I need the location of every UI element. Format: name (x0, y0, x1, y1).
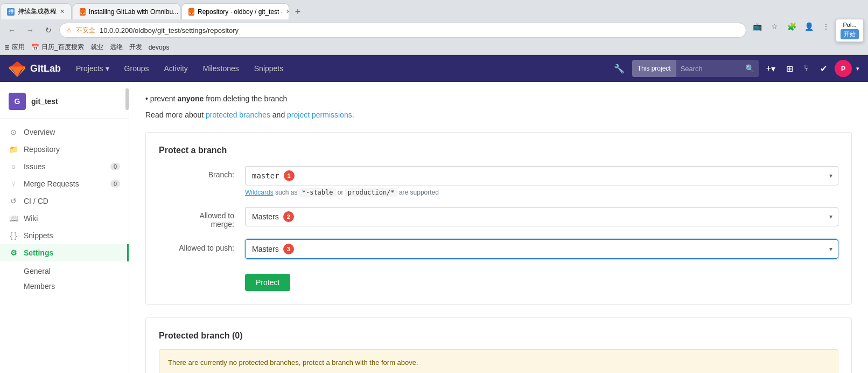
merge-select[interactable]: Masters 2 ▾ (245, 207, 838, 226)
tab-3-close[interactable]: ✕ (286, 8, 289, 15)
gitlab-logo-svg (9, 60, 26, 77)
popup-box: Pol... 开始 (836, 19, 864, 42)
gitlab-logo[interactable]: GitLab (9, 60, 61, 77)
bookmark-calendar-label: 日历_百度搜索 (41, 43, 84, 52)
no-branches-text: There are currently no protected branche… (168, 358, 418, 367)
address-bar[interactable]: ⚠ 不安全 10.0.0.200/oldboy/git_test/setting… (59, 23, 746, 38)
tab-2[interactable]: 🦊 Installing GitLab with Omnibu... ✕ (73, 3, 180, 19)
tab-3-favicon: 🦊 (188, 8, 194, 16)
bookmark-button[interactable]: ☆ (767, 19, 782, 34)
bookmark-calendar[interactable]: 📅 日历_百度搜索 (31, 43, 84, 52)
bookmark-devops-label: devops (149, 44, 170, 51)
sidebar-item-issues[interactable]: ○ Issues 0 (0, 158, 129, 175)
tab-3[interactable]: 🦊 Repository · oldboy / git_test · ✕ (181, 3, 289, 19)
address-bar-row: ← → ↻ ⚠ 不安全 10.0.0.200/oldboy/git_test/s… (0, 19, 868, 41)
branch-label: Branch: (159, 166, 245, 179)
projects-chevron-icon: ▾ (106, 64, 109, 73)
sidebar-item-settings[interactable]: ⚙ Settings (0, 244, 129, 261)
user-avatar[interactable]: P (835, 60, 852, 77)
nav-snippets[interactable]: Snippets (248, 61, 290, 76)
search-input[interactable] (676, 65, 741, 73)
issues-icon-btn[interactable]: ✔ (817, 60, 830, 77)
merge-select-value: Masters (252, 212, 279, 221)
account-button[interactable]: 👤 (801, 19, 816, 34)
sidebar-sub-members[interactable]: Members (24, 279, 129, 294)
project-avatar: G (9, 93, 26, 110)
merge-requests-icon-btn[interactable]: ⑂ (801, 60, 813, 77)
push-row: Allowed to push: Masters 3 ▾ (159, 239, 838, 259)
avatar-chevron[interactable]: ▾ (856, 65, 859, 72)
wildcards-link[interactable]: Wildcards (245, 189, 274, 196)
nav-groups[interactable]: Groups (118, 61, 156, 76)
push-select[interactable]: Masters 3 ▾ (245, 239, 838, 259)
sidebar-item-overview[interactable]: ⊙ Overview (0, 123, 129, 141)
sidebar-item-repository[interactable]: 📁 Repository (0, 141, 129, 158)
merge-requests-badge: 0 (110, 180, 120, 188)
project-permissions-link[interactable]: project permissions (287, 110, 352, 119)
search-scope[interactable]: This project (632, 60, 676, 77)
nav-milestones[interactable]: Milestones (197, 61, 246, 76)
issues-icon: ○ (9, 162, 18, 171)
sidebar-sub-general[interactable]: General (24, 264, 129, 279)
merge-chevron-icon: ▾ (829, 213, 832, 220)
menu-button[interactable]: ⋮ (818, 19, 834, 34)
back-button[interactable]: ← (4, 23, 19, 38)
nav-projects[interactable]: Projects ▾ (69, 61, 116, 76)
sidebar-snippets-label: Snippets (24, 231, 53, 240)
merge-label-text: Allowed tomerge: (199, 211, 234, 229)
branch-badge: 1 (284, 170, 295, 181)
popup-start-button[interactable]: 开始 (841, 29, 859, 39)
wildcard-code-1: *-stable (299, 188, 336, 197)
tab-1-close[interactable]: ✕ (60, 8, 65, 15)
forward-button[interactable]: → (23, 23, 38, 38)
search-icon[interactable]: 🔍 (741, 64, 759, 73)
bookmark-devops[interactable]: devops (149, 44, 170, 51)
sidebar-item-snippets[interactable]: { } Snippets (0, 227, 129, 244)
content-area: • prevent anyone from deleting the branc… (129, 82, 868, 373)
protocol-warning: 不安全 (76, 26, 95, 35)
sidebar-project: G git_test (0, 88, 129, 119)
bookmark-apps-label: 应用 (12, 43, 25, 52)
sidebar-issues-label: Issues (24, 162, 45, 171)
nav-activity[interactable]: Activity (158, 61, 194, 76)
sidebar-item-wiki[interactable]: 📖 Wiki (0, 210, 129, 227)
sidebar-item-merge-requests[interactable]: ⑂ Merge Requests 0 (0, 175, 129, 192)
snippets-icon: { } (9, 231, 18, 240)
branch-hint: Wildcards such as *-stable or production… (245, 189, 838, 196)
read-more-line: Read more about protected branches and p… (145, 109, 852, 121)
bookmark-yuanjian[interactable]: 远继 (110, 43, 123, 52)
tab-1[interactable]: 持 持续集成教程 ✕ (0, 3, 72, 19)
reload-button[interactable]: ↻ (41, 23, 56, 38)
bookmark-employment[interactable]: 就业 (90, 43, 103, 52)
bookmark-apps[interactable]: ⊞ 应用 (4, 43, 25, 52)
branch-control: master 1 ▾ Wildcards such as *-stable or… (245, 166, 838, 196)
bookmark-dev[interactable]: 开发 (129, 43, 142, 52)
intro-bullet: • prevent anyone from deleting the branc… (145, 93, 852, 105)
protected-branches-link[interactable]: protected branches (206, 110, 270, 119)
plus-dropdown-icon: ▾ (771, 64, 775, 74)
sidebar-members-label: Members (24, 282, 55, 291)
branch-select[interactable]: master 1 ▾ (245, 166, 838, 185)
branch-select-value: master (252, 171, 279, 180)
plus-icon-btn[interactable]: + ▾ (763, 60, 779, 77)
merge-label: Allowed tomerge: (159, 207, 245, 229)
extensions-button[interactable]: 🧩 (784, 19, 799, 34)
wrench-icon-btn[interactable]: 🔧 (611, 60, 628, 77)
bullet-rest: from deleting the branch (204, 94, 287, 103)
layout-icon-btn[interactable]: ⊞ (783, 60, 796, 77)
bullet-prefix: prevent (150, 94, 178, 103)
scroll-thumb[interactable] (125, 88, 129, 110)
protect-button[interactable]: Protect (245, 274, 290, 291)
cast-button[interactable]: 📺 (750, 19, 765, 34)
new-tab-button[interactable]: + (290, 4, 305, 19)
toolbar-right: 📺 ☆ 🧩 👤 ⋮ Pol... 开始 (750, 19, 864, 42)
protect-branch-section: Protect a branch Branch: master 1 ▾ Wild… (145, 132, 852, 305)
merge-row: Allowed tomerge: Masters 2 ▾ (159, 207, 838, 229)
sidebar-item-ci-cd[interactable]: ↺ CI / CD (0, 192, 129, 210)
push-badge: 3 (283, 244, 294, 254)
ci-cd-icon: ↺ (9, 197, 18, 205)
issues-badge: 0 (110, 163, 120, 170)
sidebar-merge-label: Merge Requests (24, 179, 79, 188)
sidebar-ci-label: CI / CD (24, 197, 48, 205)
push-chevron-icon: ▾ (829, 245, 832, 253)
